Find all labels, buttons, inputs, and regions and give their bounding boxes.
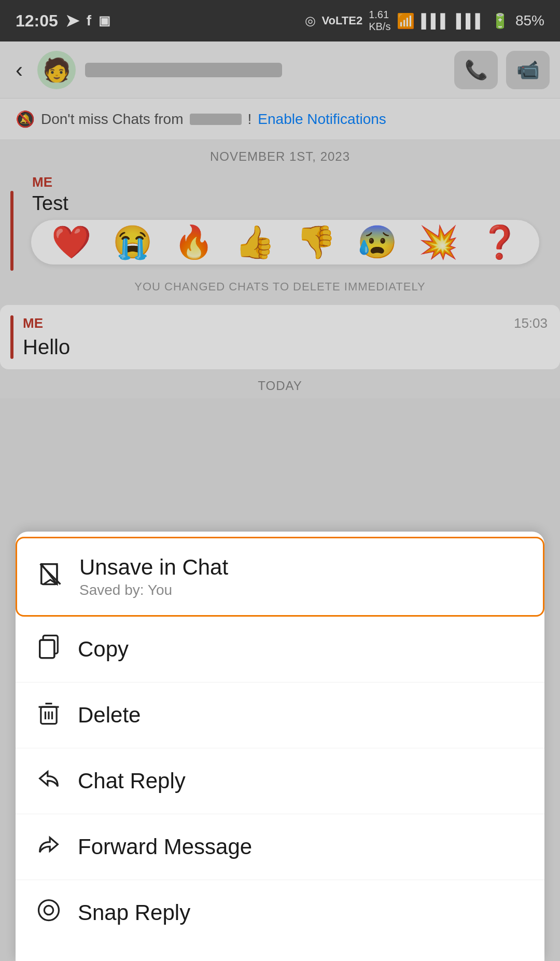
unsave-label: Unsave in Chat [79, 555, 228, 580]
menu-item-snap-reply[interactable]: Snap Reply [16, 880, 544, 945]
menu-item-delete[interactable]: Delete [16, 683, 544, 748]
menu-item-forward[interactable]: Forward Message [16, 814, 544, 880]
svg-point-14 [44, 906, 53, 914]
forward-icon [34, 831, 63, 863]
delete-label: Delete [78, 703, 141, 728]
unsave-content: Unsave in Chat Saved by: You [79, 555, 228, 598]
context-menu: Unsave in Chat Saved by: You Copy [16, 532, 544, 961]
copy-label: Copy [78, 637, 129, 662]
snap-reply-label: Snap Reply [78, 900, 190, 925]
chat-reply-label: Chat Reply [78, 769, 186, 793]
menu-item-unsave[interactable]: Unsave in Chat Saved by: You [16, 537, 544, 617]
copy-icon [34, 633, 63, 665]
unsave-sublabel: Saved by: You [79, 582, 228, 598]
svg-rect-5 [40, 640, 54, 658]
forward-label: Forward Message [78, 834, 252, 859]
unsave-icon [36, 561, 65, 593]
svg-point-13 [39, 900, 59, 921]
menu-item-copy[interactable]: Copy [16, 617, 544, 683]
delete-icon [34, 699, 63, 731]
snap-reply-icon [34, 897, 63, 929]
chat-reply-icon [34, 765, 63, 797]
menu-item-chat-reply[interactable]: Chat Reply [16, 748, 544, 814]
